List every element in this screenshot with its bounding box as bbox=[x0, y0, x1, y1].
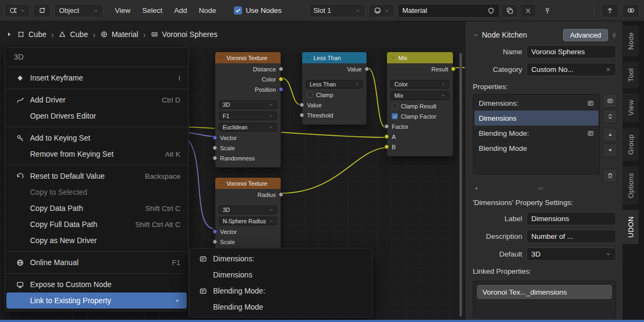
node-header[interactable]: Voronoi Texture bbox=[215, 52, 281, 63]
node-mix[interactable]: MixResultColorMixClamp ResultClamp Facto… bbox=[386, 52, 453, 157]
node-dropdown-less-than[interactable]: Less Than bbox=[302, 78, 367, 90]
fake-user-shield-icon[interactable] bbox=[487, 7, 495, 14]
tab-udon[interactable]: UDON bbox=[623, 210, 639, 244]
tab-group[interactable]: Group bbox=[623, 128, 639, 161]
breadcrumb-expand-icon[interactable] bbox=[5, 31, 13, 38]
material-name-field[interactable]: Material bbox=[398, 4, 500, 18]
tab-options[interactable]: Options bbox=[623, 166, 639, 205]
material-preview-selector[interactable] bbox=[369, 4, 394, 18]
category-field[interactable]: Custom No... bbox=[526, 63, 616, 76]
breadcrumb-item[interactable]: Material bbox=[100, 30, 138, 39]
menu-item-copy-as-new-driver[interactable]: Copy as New Driver bbox=[6, 232, 187, 248]
node-collapse-icon[interactable] bbox=[306, 55, 311, 60]
dropdown[interactable]: N-Sphere Radius bbox=[219, 217, 277, 225]
new-material-button[interactable] bbox=[503, 4, 518, 18]
socket[interactable] bbox=[213, 156, 217, 160]
submenu-item-dimensions[interactable]: Dimensions bbox=[189, 267, 372, 283]
node-dropdown-n-sphere-radius[interactable]: N-Sphere Radius bbox=[215, 215, 281, 226]
property-filter-button[interactable] bbox=[603, 94, 617, 108]
menu-item-reset-to-default-value[interactable]: Reset to Default ValueBackspace bbox=[6, 168, 187, 184]
node-dropdown-f1[interactable]: F1 bbox=[215, 110, 281, 121]
socket[interactable] bbox=[279, 192, 283, 197]
scrollbar[interactable] bbox=[459, 53, 462, 317]
socket[interactable] bbox=[364, 67, 369, 71]
property-row-dimensions[interactable]: Dimensions bbox=[474, 111, 598, 126]
property-row-blending-mode-[interactable]: Blending Mode: bbox=[474, 126, 598, 141]
remove-property-button[interactable] bbox=[603, 169, 617, 182]
dropdown[interactable]: 3D bbox=[219, 206, 277, 214]
node-collapse-icon[interactable] bbox=[219, 181, 224, 186]
node-header[interactable]: Voronoi Texture bbox=[215, 178, 281, 189]
dropdown[interactable]: F1 bbox=[219, 112, 277, 120]
dropdown[interactable]: Euclidean bbox=[219, 123, 277, 131]
breadcrumb-item[interactable]: Cube bbox=[17, 30, 46, 39]
input-vector[interactable]: Vector bbox=[215, 226, 281, 237]
menu-item-link-to-existing-property[interactable]: Link to Existing Property bbox=[6, 292, 187, 309]
node-header[interactable]: Less Than bbox=[302, 52, 367, 63]
output-distance[interactable]: Distance bbox=[215, 64, 281, 74]
linked-property-item[interactable]: Voronoi Tex..._dimensions bbox=[477, 285, 612, 299]
use-nodes-checkbox[interactable]: Use Nodes bbox=[234, 6, 282, 14]
input-value[interactable]: Value bbox=[302, 100, 367, 110]
shader-type-selector[interactable]: Object bbox=[54, 4, 104, 18]
node-header[interactable]: Mix bbox=[387, 52, 453, 63]
menu-item-online-manual[interactable]: Online ManualF1 bbox=[6, 254, 187, 270]
input-scale[interactable]: Scale bbox=[215, 143, 281, 153]
node-dropdown-mix[interactable]: Mix bbox=[387, 90, 453, 101]
output-radius[interactable]: Radius bbox=[215, 189, 281, 200]
property-row-blending-mode[interactable]: Blending Mode bbox=[474, 141, 598, 156]
menu-item-add-driver[interactable]: Add DriverCtrl D bbox=[6, 92, 187, 108]
output-value[interactable]: Value bbox=[302, 64, 367, 74]
socket[interactable] bbox=[299, 113, 304, 118]
socket[interactable] bbox=[279, 87, 283, 92]
output-color[interactable]: Color bbox=[215, 74, 281, 84]
socket[interactable] bbox=[279, 77, 283, 82]
material-slot-selector[interactable]: Slot 1 bbox=[309, 4, 365, 18]
node-dropdown-3d[interactable]: 3D bbox=[215, 99, 281, 110]
unlink-material-button[interactable] bbox=[521, 4, 536, 18]
menu-item-insert-keyframe[interactable]: Insert KeyframeI bbox=[6, 70, 187, 86]
node-collapse-icon[interactable] bbox=[391, 55, 396, 60]
socket[interactable] bbox=[384, 144, 389, 149]
submenu-item-blending-mode[interactable]: Blending Mode bbox=[189, 299, 372, 315]
label-field[interactable]: Dimensions bbox=[526, 212, 616, 225]
menu-item-copy-full-data-path[interactable]: Copy Full Data PathShift Ctrl Alt C bbox=[6, 216, 187, 232]
breadcrumb-item[interactable]: Cube bbox=[58, 30, 87, 39]
menu-node[interactable]: Node bbox=[193, 4, 222, 18]
menu-add[interactable]: Add bbox=[169, 4, 193, 18]
breadcrumb-item[interactable]: Voronoi Spheres bbox=[151, 30, 218, 39]
advanced-button[interactable]: Advanced bbox=[563, 29, 608, 41]
socket[interactable] bbox=[213, 135, 217, 140]
node-checkbox-clamp-result[interactable]: Clamp Result bbox=[387, 101, 453, 111]
input-b[interactable]: B bbox=[387, 142, 453, 152]
default-dropdown[interactable]: 3D bbox=[526, 247, 616, 261]
editor-type-selector[interactable] bbox=[4, 4, 30, 18]
snapping-knot-button[interactable] bbox=[622, 4, 640, 18]
checkbox[interactable] bbox=[307, 92, 313, 98]
socket[interactable] bbox=[451, 67, 456, 71]
input-scale[interactable]: Scale bbox=[215, 237, 281, 247]
input-factor[interactable]: Factor bbox=[387, 121, 453, 131]
output-position[interactable]: Position bbox=[215, 84, 281, 94]
panel-title[interactable]: Node Kitchen bbox=[482, 31, 560, 39]
socket[interactable] bbox=[299, 103, 304, 107]
menu-view[interactable]: View bbox=[109, 4, 136, 18]
menu-select[interactable]: Select bbox=[136, 4, 169, 18]
input-randomness[interactable]: Randomness bbox=[215, 153, 281, 163]
node-dropdown-euclidean[interactable]: Euclidean bbox=[215, 121, 281, 133]
input-vector[interactable]: Vector bbox=[215, 133, 281, 143]
node-less-than[interactable]: Less ThanValueLess ThanClampValueThresho… bbox=[302, 52, 367, 125]
description-field[interactable]: Number of ... bbox=[526, 230, 616, 243]
move-down-button[interactable] bbox=[603, 143, 617, 157]
input-a[interactable]: A bbox=[387, 131, 453, 142]
socket[interactable] bbox=[384, 134, 389, 139]
node-checkbox-clamp[interactable]: Clamp bbox=[302, 90, 367, 100]
socket[interactable] bbox=[213, 239, 217, 244]
checkbox[interactable] bbox=[392, 113, 398, 119]
property-row-dimensions-[interactable]: Dimensions: bbox=[474, 96, 598, 111]
go-to-parent-node-tree-button[interactable] bbox=[601, 4, 619, 18]
menu-item-copy-data-path[interactable]: Copy Data PathShift Ctrl C bbox=[6, 200, 187, 216]
tab-node[interactable]: Node bbox=[623, 26, 639, 56]
menu-item-add-to-keying-set[interactable]: Add to Keying Set bbox=[6, 130, 187, 146]
pin-icon[interactable] bbox=[544, 7, 551, 14]
